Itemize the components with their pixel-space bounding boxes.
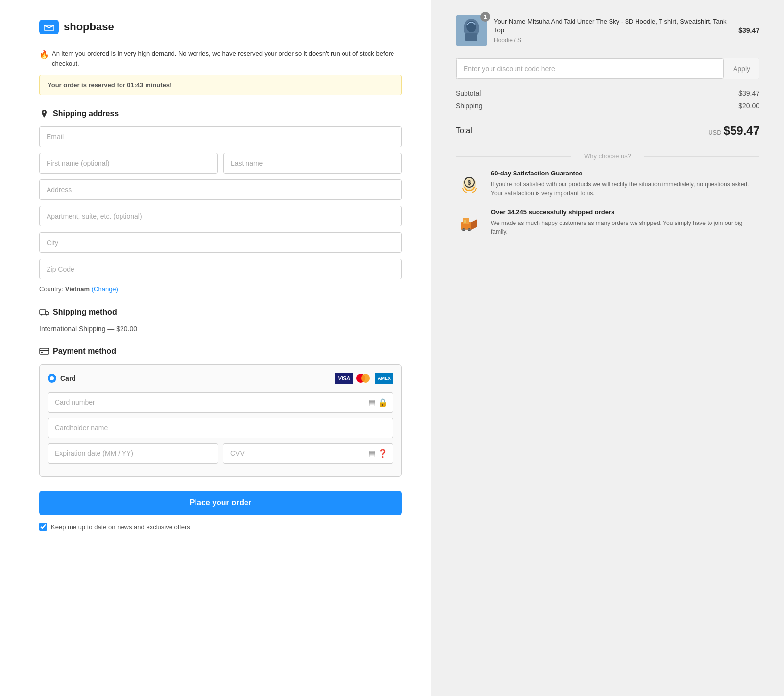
radio-inner	[50, 376, 54, 380]
total-amount: USD$59.47	[708, 124, 760, 138]
first-name-field[interactable]	[39, 153, 218, 174]
product-info: Your Name Mitsuha And Taki Under The Sky…	[494, 17, 732, 44]
svg-rect-11	[466, 33, 477, 41]
product-row: 1 Your Name Mitsuha And Taki Under The S…	[456, 15, 760, 46]
left-panel: shopbase 🔥 An item you ordered is in ver…	[0, 0, 431, 696]
cvv-field: ▤ ❓	[223, 443, 393, 464]
card-radio[interactable]	[48, 374, 56, 383]
trust-title-shipping: Over 34.245 successfully shipped orders	[491, 208, 760, 216]
card-number-field: ▤ 🔒	[48, 392, 393, 413]
product-variant: Hoodie / S	[494, 37, 732, 44]
credit-card-icon	[39, 347, 49, 356]
demand-notice: 🔥 An item you ordered is in very high de…	[39, 49, 402, 68]
expiry-input[interactable]	[48, 443, 218, 464]
shipping-method-value: International Shipping — $20.00	[39, 325, 402, 333]
newsletter-checkbox[interactable]	[39, 523, 47, 531]
payment-method-header: Payment method	[39, 347, 402, 356]
apt-field[interactable]	[39, 206, 402, 226]
card-text: Card	[60, 374, 76, 382]
shipping-method-section: Shipping method International Shipping —…	[39, 307, 402, 333]
amex-icon: AMEX	[375, 373, 393, 384]
product-name: Your Name Mitsuha And Taki Under The Sky…	[494, 17, 732, 35]
right-panel: 1 Your Name Mitsuha And Taki Under The S…	[431, 0, 784, 696]
apply-button[interactable]: Apply	[724, 58, 759, 79]
email-field[interactable]	[39, 126, 402, 147]
location-icon	[39, 109, 49, 119]
name-row	[39, 153, 402, 174]
demand-text: An item you ordered is in very high dema…	[52, 49, 402, 68]
place-order-button[interactable]: Place your order	[39, 491, 402, 515]
trust-desc-shipping: We made as much happy customers as many …	[491, 219, 760, 236]
address-group	[39, 179, 402, 200]
card-format-icon: ▤ 🔒	[368, 398, 388, 407]
timer-text: Your order is reserved for 01:43 minutes…	[48, 81, 172, 89]
trust-title-guarantee: 60-day Satisfaction Guarantee	[491, 170, 760, 177]
svg-rect-7	[41, 352, 43, 353]
expiry-field	[48, 443, 218, 464]
country-label: Country:	[39, 285, 63, 293]
card-number-input[interactable]	[48, 392, 393, 413]
country-line: Country: Vietnam (Change)	[39, 285, 402, 293]
svg-text:$: $	[468, 179, 471, 186]
subtotal-label: Subtotal	[456, 89, 481, 97]
city-field[interactable]	[39, 232, 402, 253]
cardholder-input[interactable]	[48, 418, 393, 438]
svg-rect-6	[40, 350, 49, 351]
discount-row: Apply	[456, 58, 760, 79]
last-name-field[interactable]	[223, 153, 402, 174]
product-image-wrap: 1	[456, 15, 487, 46]
svg-point-3	[41, 314, 43, 316]
total-row: Total USD$59.47	[456, 124, 760, 138]
shopbase-logo-icon	[39, 20, 59, 34]
trust-content-shipping: Over 34.245 successfully shipped orders …	[491, 208, 760, 236]
svg-rect-17	[464, 220, 466, 223]
payment-card-box: Card VISA AMEX ▤ 🔒	[39, 364, 402, 477]
total-currency: USD	[708, 129, 721, 136]
summary-divider	[456, 117, 760, 117]
newsletter-label: Keep me up to date on news and exclusive…	[51, 523, 190, 531]
shipping-value: $20.00	[738, 102, 760, 110]
mastercard-icon	[356, 373, 372, 384]
product-quantity-badge: 1	[480, 12, 490, 22]
subtotal-value: $39.47	[738, 89, 760, 97]
cardholder-field	[48, 418, 393, 438]
trust-item-guarantee: $ 60-day Satisfaction Guarantee If you'r…	[456, 170, 760, 198]
shipped-orders-icon	[456, 208, 483, 236]
trust-content-guarantee: 60-day Satisfaction Guarantee If you're …	[491, 170, 760, 198]
svg-rect-2	[40, 310, 46, 314]
trust-item-shipping: Over 34.245 successfully shipped orders …	[456, 208, 760, 236]
first-name-group	[39, 153, 218, 174]
shipping-address-label: Shipping address	[53, 109, 119, 118]
product-price: $39.47	[738, 26, 760, 34]
visa-icon: VISA	[335, 373, 353, 384]
timer-banner: Your order is reserved for 01:43 minutes…	[39, 75, 402, 95]
total-value: $59.47	[724, 124, 760, 137]
svg-point-4	[46, 314, 48, 316]
logo-text: shopbase	[64, 21, 114, 33]
shipping-address-header: Shipping address	[39, 109, 402, 119]
subtotal-row: Subtotal $39.47	[456, 89, 760, 97]
address-field[interactable]	[39, 179, 402, 200]
zip-group	[39, 259, 402, 279]
logo-area: shopbase	[39, 20, 402, 34]
newsletter-row: Keep me up to date on news and exclusive…	[39, 523, 402, 531]
apt-group	[39, 206, 402, 226]
card-label: Card	[48, 374, 76, 383]
payment-method-label: Payment method	[53, 347, 116, 356]
city-group	[39, 232, 402, 253]
country-name: Vietnam	[65, 285, 90, 293]
payment-method-section: Payment method Card VISA AMEX	[39, 347, 402, 477]
payment-card-header: Card VISA AMEX	[48, 373, 393, 384]
country-change-link[interactable]: (Change)	[92, 285, 118, 293]
shipping-method-label: Shipping method	[53, 308, 117, 317]
last-name-group	[223, 153, 402, 174]
card-expiry-cvv-row: ▤ ❓	[48, 443, 393, 469]
svg-marker-18	[471, 219, 477, 230]
fire-icon: 🔥	[39, 49, 49, 61]
discount-input[interactable]	[456, 58, 724, 79]
email-group	[39, 126, 402, 147]
card-icons: VISA AMEX	[335, 373, 393, 384]
zip-field[interactable]	[39, 259, 402, 279]
total-label: Total	[456, 126, 472, 135]
why-title: Why choose us?	[456, 152, 760, 160]
